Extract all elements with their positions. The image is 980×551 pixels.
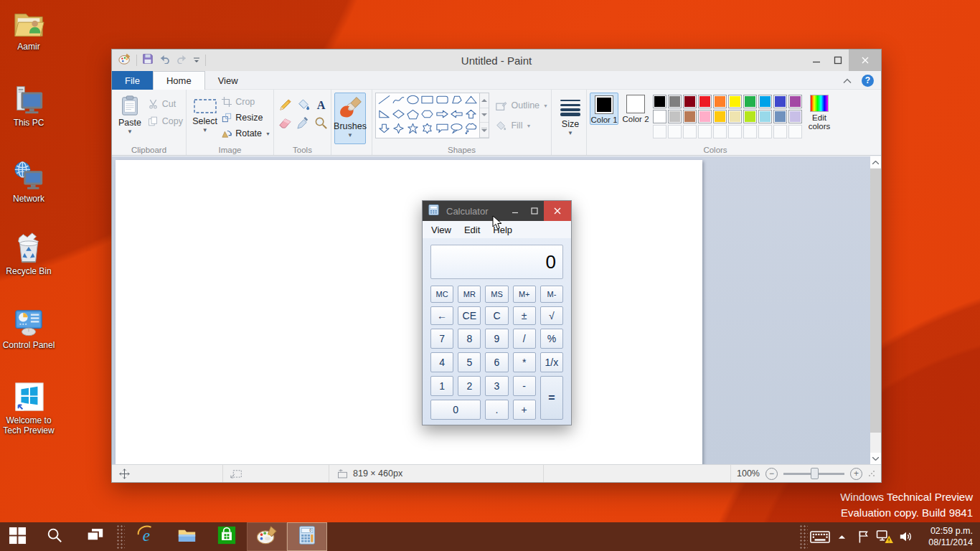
fill-button[interactable]: Fill ▼ bbox=[495, 118, 548, 133]
palette-swatch[interactable] bbox=[653, 110, 666, 123]
palette-swatch[interactable] bbox=[668, 110, 682, 123]
rotate-button[interactable]: Rotate ▼ bbox=[222, 126, 270, 141]
calc-key-9[interactable]: 9 bbox=[485, 329, 508, 349]
color2-button[interactable]: Color 2 bbox=[621, 93, 650, 123]
paste-button[interactable]: Paste ▼ bbox=[115, 93, 145, 135]
taskbar-paint-button[interactable] bbox=[247, 522, 287, 551]
calc-key-3[interactable]: 3 bbox=[485, 376, 508, 396]
palette-swatch[interactable] bbox=[713, 110, 727, 123]
menu-edit[interactable]: Edit bbox=[458, 225, 486, 235]
calc-key-√[interactable]: √ bbox=[540, 306, 563, 325]
shape-four-point-star[interactable] bbox=[392, 123, 405, 137]
tray-network-warning-icon[interactable] bbox=[874, 522, 895, 551]
maximize-button[interactable] bbox=[524, 201, 544, 221]
palette-swatch-empty[interactable] bbox=[713, 125, 727, 138]
tray-keyboard-icon[interactable] bbox=[809, 522, 831, 551]
minimize-button[interactable] bbox=[505, 201, 524, 221]
calc-key-=[interactable]: = bbox=[540, 376, 563, 420]
maximize-button[interactable] bbox=[827, 50, 849, 71]
edit-colors-button[interactable]: Edit colors bbox=[805, 93, 834, 131]
shape-five-point-star[interactable] bbox=[406, 123, 420, 137]
shapes-more-icon[interactable] bbox=[480, 123, 489, 138]
calc-key-MR[interactable]: MR bbox=[458, 286, 481, 303]
collapse-ribbon-icon[interactable] bbox=[843, 74, 852, 87]
calc-key-*[interactable]: * bbox=[513, 352, 536, 372]
shape-arrow-down[interactable] bbox=[377, 123, 391, 137]
magnifier-tool-button[interactable] bbox=[313, 115, 329, 131]
palette-swatch[interactable] bbox=[773, 95, 787, 108]
palette-swatch[interactable] bbox=[698, 95, 712, 108]
palette-swatch[interactable] bbox=[758, 110, 772, 123]
palette-swatch[interactable] bbox=[743, 110, 757, 123]
calc-key--[interactable]: - bbox=[513, 376, 536, 396]
shape-line[interactable] bbox=[377, 94, 391, 108]
taskbar-task-view-button[interactable] bbox=[75, 522, 115, 551]
tray-volume-icon[interactable] bbox=[895, 522, 917, 551]
calc-key-±[interactable]: ± bbox=[513, 306, 536, 325]
calc-key-+[interactable]: + bbox=[513, 400, 536, 420]
shape-triangle[interactable] bbox=[464, 94, 478, 108]
shape-rectangular-callout[interactable] bbox=[435, 123, 449, 137]
undo-button[interactable] bbox=[159, 54, 171, 67]
palette-swatch[interactable] bbox=[773, 110, 787, 123]
calc-key-5[interactable]: 5 bbox=[458, 352, 481, 372]
desktop-icon-control-panel[interactable]: Control Panel bbox=[1, 306, 56, 350]
calc-key-←[interactable]: ← bbox=[430, 306, 453, 325]
calc-key-%[interactable]: % bbox=[540, 329, 563, 349]
tray-show-hidden-icon[interactable] bbox=[831, 522, 852, 551]
palette-swatch[interactable] bbox=[743, 95, 757, 108]
calc-key-C[interactable]: C bbox=[485, 306, 508, 325]
size-button[interactable]: Size ▼ bbox=[555, 93, 586, 144]
palette-swatch[interactable] bbox=[758, 95, 772, 108]
shape-polygon[interactable] bbox=[450, 94, 463, 108]
palette-swatch[interactable] bbox=[683, 110, 697, 123]
palette-swatch-empty[interactable] bbox=[743, 125, 757, 138]
tab-file[interactable]: File bbox=[112, 71, 153, 90]
tab-view[interactable]: View bbox=[205, 71, 251, 90]
shape-hexagon[interactable] bbox=[420, 108, 434, 123]
shapes-scroll-down-icon[interactable] bbox=[480, 108, 489, 123]
calc-key-1/x[interactable]: 1/x bbox=[540, 352, 563, 372]
desktop-icon-this-pc[interactable]: This PC bbox=[1, 83, 56, 128]
calc-key-CE[interactable]: CE bbox=[458, 306, 481, 325]
shape-arrow-up[interactable] bbox=[464, 108, 478, 123]
close-button[interactable] bbox=[544, 201, 571, 221]
calc-key-.[interactable]: . bbox=[485, 400, 508, 420]
taskbar-grip[interactable] bbox=[116, 524, 125, 549]
desktop-icon-network[interactable]: Network bbox=[1, 159, 56, 204]
taskbar-store-button[interactable] bbox=[207, 522, 247, 551]
taskbar-start-button[interactable] bbox=[0, 522, 34, 551]
shape-rounded-rectangle[interactable] bbox=[435, 94, 449, 108]
calc-key-/[interactable]: / bbox=[513, 329, 536, 349]
taskbar-calculator-button[interactable]: 0 bbox=[287, 522, 327, 551]
menu-view[interactable]: View bbox=[425, 225, 458, 235]
help-icon[interactable]: ? bbox=[862, 75, 874, 87]
palette-swatch-empty[interactable] bbox=[773, 125, 787, 138]
menu-help[interactable]: Help bbox=[486, 225, 519, 235]
calc-key-M+[interactable]: M+ bbox=[513, 286, 536, 303]
taskbar-ie-button[interactable]: e bbox=[126, 522, 166, 551]
shape-cloud-callout[interactable] bbox=[464, 123, 478, 137]
calc-key-MS[interactable]: MS bbox=[485, 286, 508, 303]
cut-button[interactable]: Cut bbox=[148, 97, 183, 111]
calc-key-4[interactable]: 4 bbox=[430, 352, 453, 372]
zoom-slider[interactable] bbox=[783, 473, 844, 475]
shape-oval-callout[interactable] bbox=[450, 123, 463, 137]
desktop-icon-welcome-to-tech-preview[interactable]: Welcome to Tech Preview bbox=[1, 381, 56, 435]
text-tool-button[interactable]: A bbox=[313, 97, 329, 113]
calc-key-1[interactable]: 1 bbox=[430, 376, 453, 396]
palette-swatch-empty[interactable] bbox=[668, 125, 682, 138]
resize-button[interactable]: Resize bbox=[222, 110, 270, 125]
desktop-icon-recycle-bin[interactable]: Recycle Bin bbox=[1, 232, 56, 276]
save-button[interactable] bbox=[142, 53, 154, 67]
scrollbar-thumb[interactable] bbox=[870, 169, 881, 433]
tray-action-center-icon[interactable] bbox=[852, 522, 874, 551]
palette-swatch[interactable] bbox=[683, 95, 697, 108]
shape-arrow-left[interactable] bbox=[450, 108, 463, 123]
palette-swatch-empty[interactable] bbox=[653, 125, 666, 138]
palette-swatch[interactable] bbox=[668, 95, 682, 108]
palette-swatch[interactable] bbox=[713, 95, 727, 108]
select-button[interactable]: Select ▼ bbox=[189, 93, 220, 141]
shape-oval[interactable] bbox=[406, 94, 420, 108]
calc-key-6[interactable]: 6 bbox=[485, 352, 508, 372]
